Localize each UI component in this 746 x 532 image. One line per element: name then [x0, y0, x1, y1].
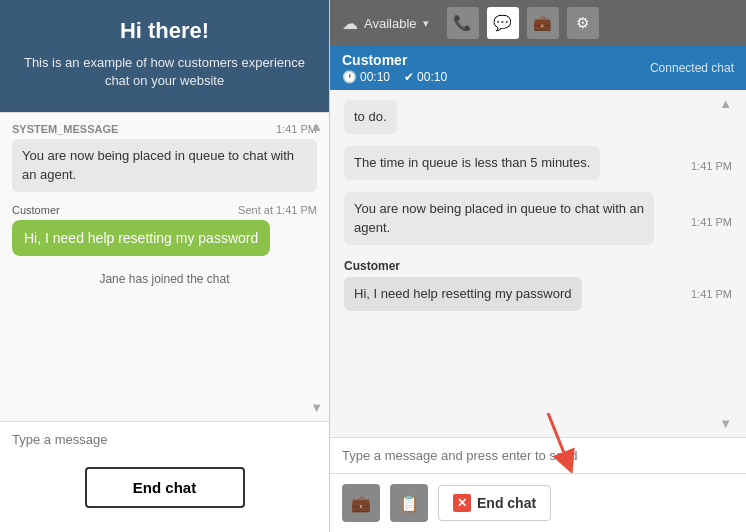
- customer-message-row: Customer Sent at 1:41 PM: [12, 204, 317, 216]
- agent-times: 🕐 00:10 ✔ 00:10: [342, 70, 447, 84]
- right-end-chat-button[interactable]: ✕ End chat: [438, 485, 551, 521]
- left-header-subtitle: This is an example of how customers expe…: [20, 54, 309, 90]
- right-chat-panel: ☁ Available ▾ 📞 💬 💼 ⚙ Customer 🕐 00:10 ✔…: [330, 0, 746, 532]
- time-item-1: 🕐 00:10: [342, 70, 390, 84]
- clock-icon: 🕐: [342, 70, 357, 84]
- briefcase-icon-button[interactable]: 💼: [527, 7, 559, 39]
- cloud-icon: ☁: [342, 14, 358, 33]
- left-input-area[interactable]: [0, 421, 329, 457]
- left-header: Hi there! This is an example of how cust…: [0, 0, 329, 112]
- chevron-down-icon[interactable]: ▾: [423, 17, 429, 30]
- right-sys-time-1: 1:41 PM: [691, 160, 732, 172]
- time-value-2: 00:10: [417, 70, 447, 84]
- right-customer-section-label: Customer: [344, 259, 732, 273]
- left-end-btn-area: End chat: [0, 457, 329, 532]
- agent-info: Customer 🕐 00:10 ✔ 00:10: [342, 52, 447, 84]
- right-chat-area: ▲ to do. The time in queue is less than …: [330, 90, 746, 437]
- right-sys-bubble-2: You are now being placed in queue to cha…: [344, 192, 654, 244]
- right-end-chat-label: End chat: [477, 495, 536, 511]
- right-customer-bubble: Hi, I need help resetting my password: [344, 277, 582, 311]
- right-scroll-up: ▲: [719, 96, 732, 111]
- scroll-indicator-down: ▼: [310, 400, 323, 415]
- right-message-input[interactable]: [342, 448, 734, 463]
- scroll-indicator-up: ▲: [310, 119, 323, 134]
- right-partial-bubble: to do.: [344, 100, 397, 134]
- left-chat-area: ▲ SYSTEM_MESSAGE 1:41 PM You are now bei…: [0, 112, 329, 421]
- right-partial-text-row: to do.: [344, 100, 732, 140]
- left-header-title: Hi there!: [20, 18, 309, 44]
- status-label: Available: [364, 16, 417, 31]
- right-customer-time: 1:41 PM: [691, 288, 732, 300]
- end-chat-x-icon: ✕: [453, 494, 471, 512]
- right-sys-msg-row-2: You are now being placed in queue to cha…: [344, 192, 732, 250]
- system-message-row: SYSTEM_MESSAGE 1:41 PM: [12, 123, 317, 135]
- left-message-input[interactable]: [12, 432, 317, 447]
- bottom-book-button[interactable]: 📋: [390, 484, 428, 522]
- right-scroll-down: ▼: [719, 416, 732, 431]
- agent-name: Customer: [342, 52, 447, 68]
- right-sys-time-2: 1:41 PM: [691, 216, 732, 228]
- time-item-2: ✔ 00:10: [404, 70, 447, 84]
- right-customer-msg-row: Hi, I need help resetting my password 1:…: [344, 277, 732, 311]
- right-bottom-bar: 💼 📋 ✕ End chat: [330, 473, 746, 532]
- agent-chat-bar: Customer 🕐 00:10 ✔ 00:10 Connected chat: [330, 46, 746, 90]
- phone-icon-button[interactable]: 📞: [447, 7, 479, 39]
- check-clock-icon: ✔: [404, 70, 414, 84]
- connected-label: Connected chat: [650, 61, 734, 75]
- right-sys-bubble-1: The time in queue is less than 5 minutes…: [344, 146, 600, 180]
- time-value-1: 00:10: [360, 70, 390, 84]
- bottom-briefcase-button[interactable]: 💼: [342, 484, 380, 522]
- chat-icon-button[interactable]: 💬: [487, 7, 519, 39]
- join-notice: Jane has joined the chat: [12, 272, 317, 286]
- system-message-bubble: You are now being placed in queue to cha…: [12, 139, 317, 191]
- customer-message-label: Customer: [12, 204, 60, 216]
- settings-icon-button[interactable]: ⚙: [567, 7, 599, 39]
- system-message-label: SYSTEM_MESSAGE: [12, 123, 118, 135]
- right-input-area[interactable]: [330, 437, 746, 473]
- left-chat-panel: Hi there! This is an example of how cust…: [0, 0, 330, 532]
- right-sys-msg-row-1: The time in queue is less than 5 minutes…: [344, 146, 732, 186]
- customer-message-time: Sent at 1:41 PM: [238, 204, 317, 216]
- right-toolbar: ☁ Available ▾ 📞 💬 💼 ⚙: [330, 0, 746, 46]
- customer-message-bubble: Hi, I need help resetting my password: [12, 220, 270, 256]
- left-end-chat-button[interactable]: End chat: [85, 467, 245, 508]
